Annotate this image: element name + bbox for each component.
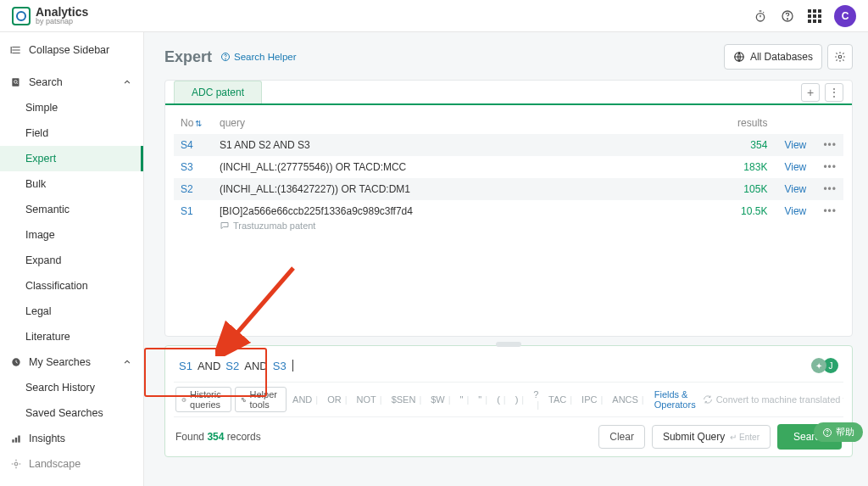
sidebar-item-label: Saved Searches xyxy=(25,407,103,419)
help-icon[interactable] xyxy=(780,8,795,24)
clear-button[interactable]: Clear xyxy=(598,425,645,449)
sidebar-item-legal[interactable]: Legal xyxy=(0,299,143,324)
sidebar-item-search-history[interactable]: Search History xyxy=(0,375,143,400)
sidebar: Collapse Sidebar Search Simple Field Exp… xyxy=(0,32,144,486)
topbar: Analytics by patsnap C xyxy=(0,0,868,32)
op-ancs[interactable]: ANCS xyxy=(609,394,647,405)
op-not[interactable]: NOT xyxy=(354,394,386,405)
op-quote-close[interactable]: " xyxy=(476,394,491,405)
sidebar-item-label: Bulk xyxy=(25,178,46,190)
stopwatch-icon[interactable] xyxy=(753,8,768,24)
machine-translate-button[interactable]: Convert to machine translated fields xyxy=(703,394,843,405)
comment-icon xyxy=(220,221,230,231)
found-records-text: Found 354 records xyxy=(175,431,261,443)
view-link[interactable]: View xyxy=(784,183,806,195)
svg-rect-3 xyxy=(12,78,19,86)
tabs-row: ADC patent + ⋮ xyxy=(165,81,852,105)
row-no[interactable]: S4 xyxy=(174,134,213,156)
query-input[interactable]: S1 AND S2 AND S3 ✦ J xyxy=(174,353,843,382)
tab-adc-patent[interactable]: ADC patent xyxy=(174,81,262,103)
query-token: AND xyxy=(198,360,220,372)
op-w[interactable]: $W xyxy=(428,394,453,405)
sidebar-item-label: Legal xyxy=(25,305,52,317)
row-more-button[interactable]: ••• xyxy=(816,156,843,178)
op-qmark[interactable]: ? xyxy=(531,389,542,410)
collapse-label: Collapse Sidebar xyxy=(29,44,109,56)
op-or[interactable]: OR xyxy=(325,394,350,405)
floating-help-button[interactable]: 帮助 xyxy=(814,422,863,442)
sidebar-group-search[interactable]: Search xyxy=(0,70,143,95)
helper-tools-label: Helper tools xyxy=(250,389,281,410)
sidebar-item-label: Simple xyxy=(25,102,58,114)
row-more-button[interactable]: ••• xyxy=(816,200,843,236)
apps-icon[interactable] xyxy=(807,8,822,24)
fields-operators-link[interactable]: Fields & Operators xyxy=(651,389,699,410)
submit-query-button[interactable]: Submit Query ↵ Enter xyxy=(652,425,771,449)
sidebar-item-label: Literature xyxy=(25,331,70,343)
col-no-header[interactable]: No⇅ xyxy=(174,112,213,134)
sidebar-item-expand[interactable]: Expand xyxy=(0,248,143,273)
floating-help-label: 帮助 xyxy=(836,426,854,439)
settings-button[interactable] xyxy=(827,44,853,70)
sidebar-item-classification[interactable]: Classification xyxy=(0,273,143,299)
query-token: AND xyxy=(244,360,267,372)
text-cursor xyxy=(292,360,293,371)
tab-menu-button[interactable]: ⋮ xyxy=(825,83,843,102)
submit-hint: ↵ Enter xyxy=(730,433,760,442)
sidebar-item-expert[interactable]: Expert xyxy=(0,146,143,171)
view-link[interactable]: View xyxy=(784,161,806,173)
svg-rect-8 xyxy=(18,436,19,443)
op-sen[interactable]: $SEN xyxy=(389,394,426,405)
op-paren-open[interactable]: ( xyxy=(494,394,509,405)
add-tab-button[interactable]: + xyxy=(801,83,820,102)
brand-subtitle: by patsnap xyxy=(36,18,88,25)
op-paren-close[interactable]: ) xyxy=(513,394,528,405)
query-table: No⇅ query results S4 S1 AND S2 AND S3 35… xyxy=(174,112,843,236)
op-and[interactable]: AND xyxy=(290,394,321,405)
historic-queries-button[interactable]: Historic queries xyxy=(175,387,231,412)
sidebar-item-literature[interactable]: Literature xyxy=(0,324,143,349)
search-helper-link[interactable]: Search Helper xyxy=(220,52,297,62)
avatar[interactable]: C xyxy=(834,5,856,27)
row-no[interactable]: S2 xyxy=(174,178,213,200)
resize-handle[interactable] xyxy=(496,342,521,347)
collapse-sidebar[interactable]: Collapse Sidebar xyxy=(0,37,143,63)
op-tac[interactable]: TAC xyxy=(546,394,576,405)
sidebar-item-label: Field xyxy=(25,127,48,139)
machine-translate-label: Convert to machine translated fields xyxy=(716,394,843,405)
language-badges[interactable]: ✦ J xyxy=(811,358,838,373)
view-link[interactable]: View xyxy=(784,139,806,151)
row-query: (INCHI_ALL:(27775546)) OR TACD:MCC xyxy=(213,156,723,178)
sidebar-item-label: Expert xyxy=(25,153,56,165)
sidebar-group-search-label: Search xyxy=(29,76,63,88)
brand[interactable]: Analytics by patsnap xyxy=(12,6,88,25)
main-header: Expert Search Helper All Databases xyxy=(164,44,853,70)
row-query: S1 AND S2 AND S3 xyxy=(213,134,723,156)
row-no[interactable]: S3 xyxy=(174,156,213,178)
sidebar-item-image[interactable]: Image xyxy=(0,222,143,248)
sidebar-group-landscape[interactable]: Landscape xyxy=(0,451,143,477)
page-title: Expert xyxy=(164,48,212,66)
sidebar-item-semantic[interactable]: Semantic xyxy=(0,197,143,222)
sidebar-item-bulk[interactable]: Bulk xyxy=(0,171,143,197)
table-row: S4 S1 AND S2 AND S3 354 View ••• xyxy=(174,134,843,156)
row-results: 183K xyxy=(723,156,774,178)
row-more-button[interactable]: ••• xyxy=(816,178,843,200)
all-databases-button[interactable]: All Databases xyxy=(724,44,822,70)
sidebar-item-saved-searches[interactable]: Saved Searches xyxy=(0,400,143,426)
sidebar-group-insights[interactable]: Insights xyxy=(0,426,143,451)
row-results: 10.5K xyxy=(723,200,774,236)
historic-queries-label: Historic queries xyxy=(190,389,225,410)
op-quote-open[interactable]: " xyxy=(458,394,473,405)
svg-rect-7 xyxy=(15,438,17,443)
row-no[interactable]: S1 xyxy=(174,200,213,236)
sidebar-item-simple[interactable]: Simple xyxy=(0,95,143,120)
sidebar-group-my-searches[interactable]: My Searches xyxy=(0,349,143,375)
sidebar-item-field[interactable]: Field xyxy=(0,120,143,146)
row-more-button[interactable]: ••• xyxy=(816,134,843,156)
helper-tools-button[interactable]: Helper tools xyxy=(235,387,287,412)
view-link[interactable]: View xyxy=(784,205,806,217)
table-row: S1 [BIO]2a566e66ccb225f1336a9c989c3ff7d4… xyxy=(174,200,843,236)
op-ipc[interactable]: IPC xyxy=(579,394,606,405)
row-query: [BIO]2a566e66ccb225f1336a9c989c3ff7d4 Tr… xyxy=(213,200,723,236)
